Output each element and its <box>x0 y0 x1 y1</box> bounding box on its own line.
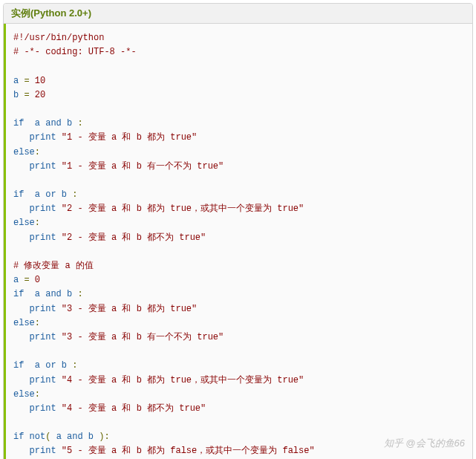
code-token: "5 - 变量 a 和 b 都为 false，或其中一个变量为 false" <box>62 446 315 456</box>
code-token: print <box>30 304 56 314</box>
code-token: "4 - 变量 a 和 b 都为 true，或其中一个变量为 true" <box>62 375 304 385</box>
code-token: : <box>35 218 40 228</box>
code-token: "1 - 变量 a 和 b 都为 true" <box>62 132 197 143</box>
code-token: : <box>72 189 77 200</box>
code-token: 0 <box>35 275 40 285</box>
code-token: b <box>62 360 67 371</box>
code-block: #!/usr/bin/python # -*- coding: UTF-8 -*… <box>4 24 472 459</box>
code-token: a <box>35 189 40 200</box>
code-token: print <box>30 332 56 342</box>
code-token: "4 - 变量 a 和 b 都不为 true" <box>62 403 206 414</box>
code-token: : <box>72 360 77 371</box>
code-token: b <box>67 289 72 299</box>
code-token: else <box>13 318 35 328</box>
code-token: if <box>13 189 24 200</box>
code-token: a <box>56 432 62 442</box>
code-token: else <box>13 389 35 400</box>
code-token: print <box>30 403 56 414</box>
code-token: print <box>30 161 56 172</box>
code-token: if <box>13 432 24 442</box>
code-token: if <box>13 118 24 128</box>
code-token: else <box>13 147 35 157</box>
example-title: 实例(Python 2.0+) <box>11 7 91 19</box>
code-token: print <box>30 446 56 456</box>
code-token: "1 - 变量 a 和 b 有一个不为 true" <box>62 161 224 172</box>
code-token: : <box>35 389 40 400</box>
code-token: a <box>35 118 40 128</box>
code-token: 10 <box>35 76 45 86</box>
code-token: : <box>35 318 40 328</box>
code-token: and <box>67 432 83 442</box>
code-token: not <box>30 432 46 442</box>
code-token: "2 - 变量 a 和 b 都不为 true" <box>62 232 206 243</box>
code-token: : <box>77 118 82 128</box>
code-token: print <box>30 132 56 143</box>
code-token: : <box>35 147 40 157</box>
code-token: "2 - 变量 a 和 b 都为 true，或其中一个变量为 true" <box>62 204 304 214</box>
code-token: print <box>30 232 56 243</box>
code-token: = <box>19 76 35 86</box>
code-token: or <box>45 189 56 200</box>
code-token: b <box>67 118 72 128</box>
code-token: a <box>35 360 40 371</box>
code-token: = <box>19 275 35 285</box>
code-token: "3 - 变量 a 和 b 有一个不为 true" <box>62 332 224 342</box>
code-token: 20 <box>35 90 45 100</box>
code-token: "3 - 变量 a 和 b 都为 true" <box>62 304 197 314</box>
code-line: # 修改变量 a 的值 <box>13 261 94 271</box>
code-token: : <box>77 289 82 299</box>
code-token: print <box>30 375 56 385</box>
code-line: #!/usr/bin/python <box>13 33 104 43</box>
code-token: or <box>45 360 56 371</box>
code-token: and <box>45 289 62 299</box>
code-token: b <box>88 432 94 442</box>
code-token: ( <box>45 432 50 442</box>
code-token: a <box>35 289 40 299</box>
code-token: if <box>13 289 24 299</box>
example-container: 实例(Python 2.0+) #!/usr/bin/python # -*- … <box>3 3 473 459</box>
code-token: and <box>45 118 62 128</box>
code-token: : <box>104 432 109 442</box>
code-token: if <box>13 360 24 371</box>
code-token: print <box>30 204 56 214</box>
code-line: # -*- coding: UTF-8 -*- <box>13 47 137 57</box>
code-token: b <box>62 189 67 200</box>
example-header: 实例(Python 2.0+) <box>4 4 472 24</box>
code-token: = <box>19 90 35 100</box>
code-token: else <box>13 218 35 228</box>
